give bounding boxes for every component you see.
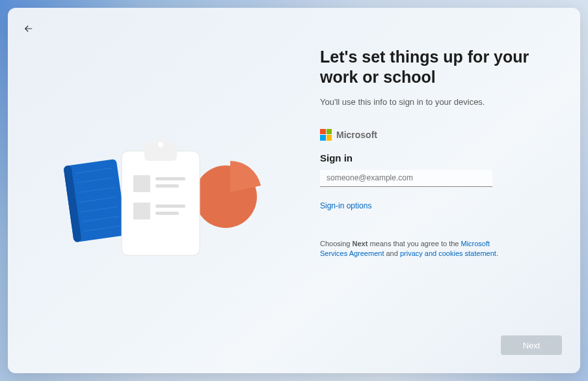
setup-panel: Let's set things up for your work or sch… — [8, 8, 580, 373]
legal-next-word: Next — [353, 240, 368, 247]
legal-suffix: . — [496, 249, 498, 257]
legal-and: and — [384, 249, 399, 257]
legal-middle: means that you agree to the — [368, 240, 461, 247]
legal-text: Choosing Next means that you agree to th… — [320, 239, 515, 259]
email-input[interactable] — [320, 170, 492, 187]
back-arrow-icon — [23, 23, 34, 35]
page-title: Let's set things up for your work or sch… — [320, 47, 554, 88]
privacy-statement-link[interactable]: privacy and cookies statement — [400, 249, 496, 257]
legal-prefix: Choosing — [320, 240, 353, 247]
svg-rect-9 — [155, 177, 185, 180]
page-subtitle: You'll use this info to sign in to your … — [320, 97, 554, 107]
microsoft-brand-text: Microsoft — [336, 130, 377, 140]
signin-label: Sign in — [320, 152, 554, 163]
svg-rect-13 — [155, 212, 179, 215]
svg-rect-8 — [133, 175, 150, 192]
microsoft-logo-icon — [320, 129, 332, 141]
microsoft-brand: Microsoft — [320, 129, 554, 141]
svg-point-7 — [158, 142, 163, 147]
next-button[interactable]: Next — [501, 335, 562, 355]
back-button[interactable] — [21, 21, 36, 36]
svg-rect-10 — [155, 184, 179, 188]
svg-rect-11 — [133, 203, 150, 219]
illustration — [57, 135, 265, 265]
svg-rect-12 — [155, 205, 185, 208]
signin-options-link[interactable]: Sign-in options — [320, 201, 554, 210]
